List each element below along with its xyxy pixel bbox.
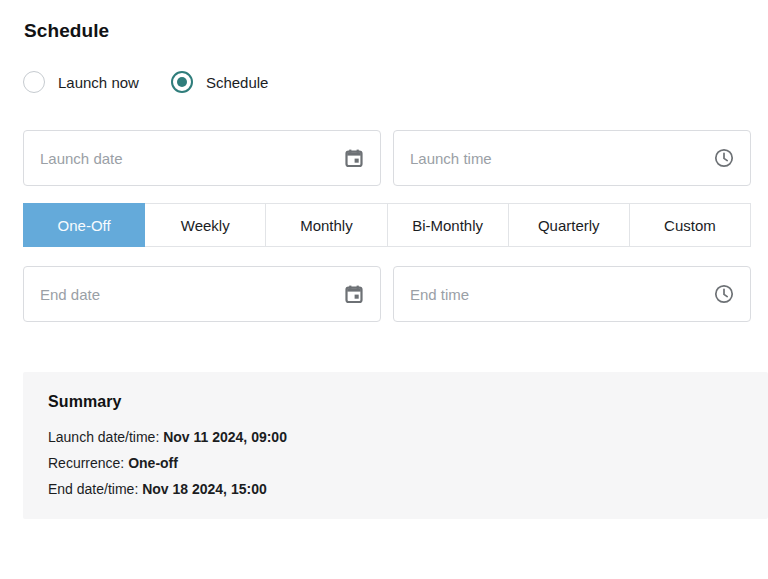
end-datetime-row [23,266,751,322]
recurrence-tabs: One-Off Weekly Monthly Bi-Monthly Quarte… [23,203,751,247]
summary-row-recurrence: Recurrence: One-off [48,450,743,476]
end-time-field[interactable] [393,266,751,322]
end-date-field[interactable] [23,266,381,322]
end-time-input[interactable] [410,286,713,303]
launch-time-field[interactable] [393,130,751,186]
summary-label: Recurrence: [48,455,128,471]
launch-date-input[interactable] [40,150,343,167]
page-title: Schedule [24,20,768,42]
summary-value: Nov 11 2024, 09:00 [163,429,287,445]
launch-mode-radio-group: Launch now Schedule [23,71,768,93]
end-date-input[interactable] [40,286,343,303]
launch-date-field[interactable] [23,130,381,186]
tab-monthly[interactable]: Monthly [265,203,387,247]
radio-unselected-icon[interactable] [23,71,45,93]
summary-row-launch: Launch date/time: Nov 11 2024, 09:00 [48,424,743,450]
tab-custom[interactable]: Custom [629,203,751,247]
radio-launch-now-label: Launch now [58,74,139,91]
launch-datetime-row [23,130,751,186]
radio-schedule-label: Schedule [206,74,269,91]
calendar-icon[interactable] [343,283,365,305]
summary-title: Summary [48,393,743,411]
radio-schedule[interactable]: Schedule [171,71,269,93]
summary-card: Summary Launch date/time: Nov 11 2024, 0… [23,372,768,519]
summary-label: End date/time: [48,481,142,497]
summary-label: Launch date/time: [48,429,163,445]
tab-one-off[interactable]: One-Off [23,203,145,247]
tab-bi-monthly[interactable]: Bi-Monthly [387,203,509,247]
tab-quarterly[interactable]: Quarterly [508,203,630,247]
clock-icon[interactable] [713,147,735,169]
clock-icon[interactable] [713,283,735,305]
launch-time-input[interactable] [410,150,713,167]
schedule-panel: Schedule Launch now Schedule [0,0,768,579]
radio-launch-now[interactable]: Launch now [23,71,139,93]
summary-row-end: End date/time: Nov 18 2024, 15:00 [48,476,743,502]
summary-value: One-off [128,455,178,471]
tab-weekly[interactable]: Weekly [144,203,266,247]
summary-value: Nov 18 2024, 15:00 [142,481,267,497]
summary-rows: Launch date/time: Nov 11 2024, 09:00 Rec… [48,424,743,502]
radio-selected-icon[interactable] [171,71,193,93]
calendar-icon[interactable] [343,147,365,169]
